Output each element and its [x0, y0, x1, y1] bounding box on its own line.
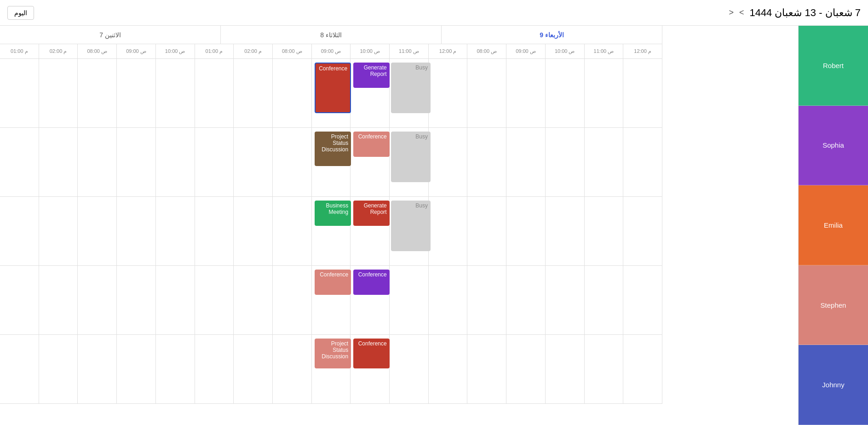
cell-mon-r3-4	[117, 266, 156, 334]
cell-wed-r1-5	[623, 128, 662, 196]
time-wed-1: 08:00 ص	[467, 44, 506, 58]
cell-mon-r2-3	[78, 197, 117, 265]
cell-wed-r2-2	[506, 197, 546, 265]
cell-tue-r1-7	[429, 128, 468, 196]
time-mon-5: 10:00 ص	[156, 44, 195, 58]
person-robert-label: Robert	[823, 62, 844, 69]
calendar-scroll: الاثنين 7 الثلاثاء 8 الأربعاء 9 01:00 م …	[0, 26, 662, 404]
cell-wed-r3-3	[546, 266, 585, 334]
cell-wed-r4-3	[546, 335, 585, 403]
event-busy-r1[interactable]: Busy	[391, 132, 431, 182]
time-tue-1: 01:00 م	[195, 44, 234, 58]
cell-wed-r3-4	[585, 266, 624, 334]
time-tue-3: 08:00 ص	[273, 44, 312, 58]
cell-tue-r4-6	[390, 335, 429, 403]
cell-mon-r2-1	[0, 197, 39, 265]
event-conference-r3a[interactable]: Conference	[315, 270, 351, 295]
cell-tue-r1-3	[273, 128, 312, 196]
person-stephen-label: Stephen	[821, 301, 846, 309]
cell-wed-r2-3	[546, 197, 585, 265]
time-wed-2: 09:00 ص	[506, 44, 546, 58]
cell-mon-r4-4	[117, 335, 156, 403]
event-conference-r1[interactable]: Conference	[353, 132, 390, 157]
cell-wed-r0-1	[467, 59, 506, 127]
cell-tue-r3-6	[390, 266, 429, 334]
time-tue-2: 02:00 م	[234, 44, 273, 58]
person-stephen[interactable]: Stephen	[799, 265, 868, 345]
event-conference-r0[interactable]: Conference	[315, 63, 351, 113]
calendar-main[interactable]: الاثنين 7 الثلاثاء 8 الأربعاء 9 01:00 م …	[0, 26, 798, 425]
day-monday: الاثنين 7	[0, 26, 221, 44]
cell-mon-r2-5	[156, 197, 195, 265]
event-busy-r2[interactable]: Busy	[391, 201, 431, 251]
prev-button[interactable]: <	[739, 8, 744, 17]
cell-wed-r1-2	[506, 128, 546, 196]
person-emilia[interactable]: Emilia	[799, 185, 868, 265]
time-mon-1: 01:00 م	[0, 44, 39, 58]
row-johnny: Project Status Discussion Conference	[0, 335, 662, 404]
next-button[interactable]: >	[729, 8, 734, 17]
cell-wed-r1-4	[585, 128, 624, 196]
cell-mon-r1-1	[0, 128, 39, 196]
cell-mon-r3-5	[156, 266, 195, 334]
cell-mon-r4-3	[78, 335, 117, 403]
cell-wed-r1-1	[467, 128, 506, 196]
event-project-status-r4[interactable]: Project Status Discussion	[315, 339, 351, 368]
cell-mon-r0-2	[39, 59, 78, 127]
cell-wed-r4-5	[623, 335, 662, 403]
row-sophia: Project Status Discussion Conference Bus…	[0, 128, 662, 197]
cell-mon-r3-3	[78, 266, 117, 334]
cell-tue-r2-2	[234, 197, 273, 265]
cell-mon-r4-1	[0, 335, 39, 403]
cell-wed-r3-2	[506, 266, 546, 334]
top-bar: اليوم > < 7 شعبان - 13 شعبان 1444	[0, 0, 868, 26]
cell-tue-r3-7	[429, 266, 468, 334]
cell-wed-r2-5	[623, 197, 662, 265]
cell-mon-r0-5	[156, 59, 195, 127]
cell-tue-r0-3	[273, 59, 312, 127]
time-header-row: 01:00 م 02:00 م 08:00 ص 09:00 ص 10:00 ص …	[0, 44, 662, 59]
cell-tue-r0-1	[195, 59, 234, 127]
person-sophia-label: Sophia	[822, 141, 844, 149]
time-mon-2: 02:00 م	[39, 44, 78, 58]
person-johnny[interactable]: Johnny	[799, 345, 868, 425]
cell-tue-r4-2	[234, 335, 273, 403]
event-business-meeting-r2[interactable]: Business Meeting	[315, 201, 351, 226]
cell-wed-r4-2	[506, 335, 546, 403]
cell-wed-r2-1	[467, 197, 506, 265]
cell-tue-r4-1	[195, 335, 234, 403]
person-robert[interactable]: Robert	[799, 26, 868, 106]
cell-wed-r1-3	[546, 128, 585, 196]
cell-tue-r0-2	[234, 59, 273, 127]
cell-tue-r3-1	[195, 266, 234, 334]
time-wed-5: 12:00 م	[623, 44, 662, 58]
day-wednesday: الأربعاء 9	[442, 26, 662, 44]
date-range-label: 7 شعبان - 13 شعبان 1444	[749, 7, 861, 19]
time-wed-4: 11:00 ص	[585, 44, 624, 58]
cell-tue-r2-7	[429, 197, 468, 265]
cell-mon-r4-2	[39, 335, 78, 403]
cell-mon-r3-2	[39, 266, 78, 334]
time-tue-6: 11:00 ص	[390, 44, 429, 58]
cell-tue-r0-7	[429, 59, 468, 127]
day-header-row: الاثنين 7 الثلاثاء 8 الأربعاء 9	[0, 26, 662, 44]
cell-wed-r4-1	[467, 335, 506, 403]
cell-tue-r4-7	[429, 335, 468, 403]
cell-mon-r1-4	[117, 128, 156, 196]
person-johnny-label: Johnny	[822, 381, 844, 389]
people-sidebar: Robert Sophia Emilia Stephen Johnny	[798, 26, 868, 425]
row-robert: Conference Generate Report Busy	[0, 59, 662, 128]
person-sophia[interactable]: Sophia	[799, 106, 868, 186]
time-tue-5: 10:00 ص	[351, 44, 390, 58]
event-conference-r3b[interactable]: Conference	[353, 270, 390, 295]
event-generate-report-r0[interactable]: Generate Report	[353, 63, 390, 88]
cell-tue-r1-2	[234, 128, 273, 196]
event-project-status-r1[interactable]: Project Status Discussion	[315, 132, 351, 166]
event-conference-r4[interactable]: Conference	[353, 339, 390, 368]
event-generate-report-r2[interactable]: Generate Report	[353, 201, 390, 226]
today-button[interactable]: اليوم	[7, 6, 34, 20]
cell-tue-r4-3	[273, 335, 312, 403]
cell-mon-r1-2	[39, 128, 78, 196]
event-busy-r0[interactable]: Busy	[391, 63, 431, 113]
cell-wed-r0-2	[506, 59, 546, 127]
